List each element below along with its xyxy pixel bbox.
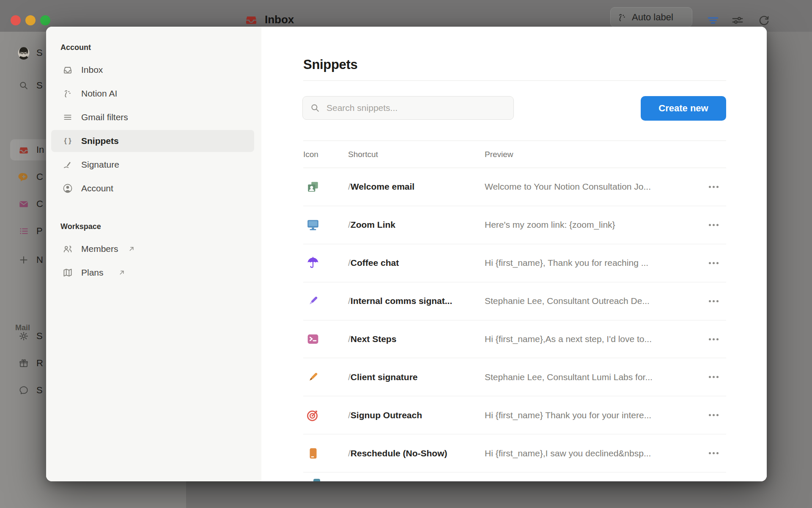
zoom-window-button[interactable]: [40, 15, 50, 25]
nav-item-label: Snippets: [81, 136, 119, 146]
row-menu-button[interactable]: [701, 414, 726, 416]
signature-icon: [62, 159, 73, 170]
row-menu-button[interactable]: [701, 376, 726, 378]
settings-nav-inbox[interactable]: Inbox: [51, 59, 254, 81]
refresh-icon[interactable]: [757, 13, 771, 28]
row-menu-button[interactable]: [701, 452, 726, 454]
close-window-button[interactable]: [11, 15, 21, 25]
chat-plus-icon: [16, 169, 31, 185]
external-link-icon: [127, 245, 136, 253]
settings-nav-gmail-filters[interactable]: Gmail filters: [51, 106, 254, 128]
snippet-preview: Hi {first_name},I saw you declined&nbsp.…: [485, 448, 701, 458]
braces-icon: { }: [62, 135, 73, 146]
screen: Inbox Auto label Views Mail N 15 ? SSInC…: [0, 0, 812, 508]
monitor-icon: [306, 218, 320, 232]
nav-item-label: Plans: [81, 268, 104, 278]
nav-item-label: Members: [81, 244, 118, 254]
column-preview: Preview: [485, 150, 701, 159]
pen-purple-icon: [306, 294, 320, 308]
page-title: Snippets: [303, 57, 358, 72]
account-section-label: Account: [60, 43, 91, 52]
settings-nav-notion-ai[interactable]: Notion AI: [51, 83, 254, 105]
snippet-preview: Welcome to Your Notion Consultation Jo..…: [485, 182, 701, 192]
list-icon: [16, 224, 31, 239]
snippet-row[interactable]: /Next StepsHi {first_name},As a next ste…: [303, 320, 726, 359]
sidebar-item-label: S: [36, 385, 43, 396]
shortcut-name: Welcome email: [351, 182, 414, 192]
members-icon: [62, 243, 73, 254]
sidebar-item-label: S: [36, 47, 43, 58]
settings-nav-plans[interactable]: Plans: [51, 262, 254, 284]
snippet-search[interactable]: [302, 96, 514, 120]
sidebar-item-label: In: [36, 144, 44, 155]
display-filter-icon[interactable]: [706, 13, 720, 28]
minimize-window-button[interactable]: [25, 15, 36, 25]
shortcut-name: Next Steps: [351, 334, 397, 344]
sidebar-item-label: S: [36, 80, 43, 91]
envelope-icon: [16, 196, 31, 212]
settings-sliders-icon[interactable]: [730, 13, 745, 28]
snippet-row[interactable]: /Signup OutreachHi {first_name} Thank yo…: [303, 396, 726, 434]
next-row-icon-peek: [313, 479, 320, 481]
snippet-row[interactable]: /Welcome emailWelcome to Your Notion Con…: [303, 168, 726, 206]
snippet-preview: Hi {first_name}, Thank you for reaching …: [485, 258, 701, 268]
row-menu-button[interactable]: [701, 338, 726, 340]
filter-lines-icon: [62, 112, 73, 123]
sidebar-item-label: S: [36, 331, 43, 342]
snippet-preview: Stephanie Lee, Consultant Outreach De...: [485, 296, 701, 306]
shortcut-name: Client signature: [351, 372, 418, 382]
nav-item-label: Inbox: [81, 65, 103, 75]
gift-icon: [16, 356, 31, 371]
page-title-backdrop: Inbox: [265, 13, 294, 26]
row-menu-button[interactable]: [701, 300, 726, 302]
snippet-row[interactable]: /Zoom LinkHere's my zoom link: {zoom_lin…: [303, 206, 726, 244]
external-link-icon: [118, 268, 126, 277]
inbox-icon: [62, 64, 73, 75]
table-header: Icon Shortcut Preview: [303, 141, 726, 168]
plus-icon: [16, 252, 31, 268]
sidebar-item-label: N: [36, 254, 43, 265]
settings-modal: Account InboxNotion AIGmail filters{ }Sn…: [46, 27, 767, 481]
snippet-row[interactable]: /Internal comms signat...Stephanie Lee, …: [303, 282, 726, 320]
settings-nav-signature[interactable]: Signature: [51, 154, 254, 176]
workspace-section-label: Workspace: [60, 222, 101, 231]
chat-icon: [16, 383, 31, 398]
sidebar-item-label: C: [36, 171, 43, 182]
row-menu-button[interactable]: [701, 224, 726, 226]
sidebar-item-label: R: [36, 358, 43, 369]
shortcut-name: Zoom Link: [351, 220, 395, 230]
terminal-icon: [306, 332, 320, 346]
inbox-filled-icon: [16, 142, 31, 157]
settings-nav-members[interactable]: Members: [51, 238, 254, 260]
row-menu-button[interactable]: [701, 262, 726, 264]
sidebar-item-label: C: [36, 199, 43, 210]
shortcut-name: Coffee chat: [351, 258, 399, 268]
snippet-row[interactable]: /Client signatureStephanie Lee, Consulta…: [303, 358, 726, 396]
nav-item-label: Signature: [81, 160, 119, 170]
row-menu-button[interactable]: [701, 186, 726, 188]
shortcut-name: Reschedule (No-Show): [351, 448, 447, 458]
snippet-preview: Stephanie Lee, Consultant Lumi Labs for.…: [485, 372, 701, 382]
snippet-row[interactable]: /Reschedule (No-Show)Hi {first_name},I s…: [303, 434, 726, 472]
settings-nav-account[interactable]: Account: [51, 177, 254, 199]
avatar-icon: [16, 45, 31, 61]
snippet-preview: Here's my zoom link: {zoom_link}: [485, 220, 701, 230]
search-icon: [310, 102, 321, 113]
snippet-row[interactable]: /Coffee chatHi {first_name}, Thank you f…: [303, 244, 726, 282]
shortcut-name: Internal comms signat...: [351, 296, 452, 306]
create-new-button[interactable]: Create new: [641, 96, 726, 121]
settings-nav-snippets[interactable]: { }Snippets: [51, 130, 254, 152]
snippets-panel: Snippets Create new Icon Shortcut Previe…: [261, 27, 767, 481]
pen-orange-icon: [306, 370, 320, 384]
svg-text:{ }: { }: [64, 137, 71, 144]
search-input[interactable]: [326, 102, 507, 113]
snippets-table: Icon Shortcut Preview /Welcome emailWelc…: [303, 141, 726, 472]
snippet-preview: Hi {first_name} Thank you for your inter…: [485, 410, 701, 420]
nav-item-label: Account: [81, 183, 113, 193]
shortcut-name: Signup Outreach: [351, 410, 422, 420]
gear-icon: [16, 329, 31, 344]
settings-nav: Account InboxNotion AIGmail filters{ }Sn…: [46, 27, 261, 481]
map-icon: [62, 267, 73, 278]
auto-label-button[interactable]: Auto label: [610, 7, 692, 27]
book-icon: [306, 446, 320, 461]
